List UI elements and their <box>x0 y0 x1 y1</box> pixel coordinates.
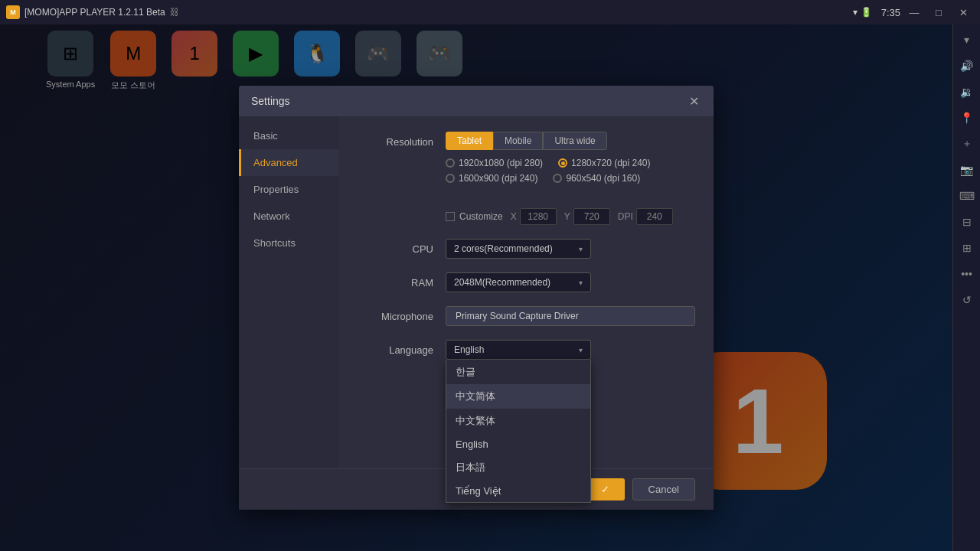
dialog-nav: Basic Advanced Properties Network Shortc… <box>239 116 338 468</box>
res-1920[interactable]: 1920x1080 (dpi 280) <box>446 158 543 168</box>
lang-option-english[interactable]: English <box>446 433 590 455</box>
dialog-title: Settings <box>251 95 290 107</box>
microphone-row: Microphone Primary Sound Capture Driver <box>357 306 695 326</box>
radio-dot-1280 <box>558 158 567 168</box>
customize-checkbox[interactable]: Customize <box>446 211 503 222</box>
ram-value: 2048M(Recommended) <box>454 277 550 288</box>
microphone-dropdown[interactable]: Primary Sound Capture Driver <box>446 306 695 326</box>
cpu-value: 2 cores(Recommended) <box>454 243 553 254</box>
nav-network[interactable]: Network <box>239 203 338 230</box>
ram-dropdown[interactable]: 2048M(Recommended) ▾ <box>446 272 591 292</box>
x-label: X <box>511 211 517 222</box>
window-close-button[interactable]: ✕ <box>952 5 974 20</box>
cpu-row: CPU 2 cores(Recommended) ▾ <box>357 239 695 259</box>
radio-dot-1920 <box>446 158 455 168</box>
microphone-value: Primary Sound Capture Driver <box>456 311 579 321</box>
sidebar-location-icon[interactable]: 📍 <box>958 109 976 127</box>
y-input[interactable] <box>573 208 610 225</box>
status-icons: ▾ 🔋 7:35 <box>853 7 900 18</box>
cpu-control: 2 cores(Recommended) ▾ <box>446 239 695 259</box>
microphone-label: Microphone <box>357 306 433 322</box>
sidebar-back-icon[interactable]: ↺ <box>958 291 976 309</box>
res-1280-label: 980x551 (dpi 240) <box>571 158 650 168</box>
tab-mobile[interactable]: Mobile <box>493 132 543 150</box>
lang-option-zh-simplified[interactable]: 中文简体 <box>446 384 590 409</box>
title-bar-left: M [MOMO]APP PLAYER 1.2.11 Beta ⛓ <box>6 5 179 19</box>
res-1600-label: 1600x900 (dpi 240) <box>459 173 537 184</box>
link-icon: ⛓ <box>170 7 179 18</box>
wifi-icon: ▾ <box>853 7 858 18</box>
dialog-close-button[interactable]: ✕ <box>686 93 701 109</box>
lang-option-vietnamese[interactable]: Tiếng Việt <box>446 480 590 502</box>
resolution-row: Resolution Tablet Mobile Ultra wide 1920… <box>357 132 695 188</box>
customize-checkbox-box <box>446 212 455 221</box>
resolution-control: Tablet Mobile Ultra wide 1920x1080 (dpi … <box>446 132 695 188</box>
cancel-button[interactable]: Cancel <box>632 478 695 500</box>
language-value: English <box>454 344 484 355</box>
cpu-dropdown-arrow: ▾ <box>579 245 583 253</box>
settings-dialog: Settings ✕ Basic Advanced Properties Net… <box>239 86 714 510</box>
clock: 7:35 <box>881 7 900 18</box>
sidebar-volume-down-icon[interactable]: 🔉 <box>958 83 976 101</box>
res-960[interactable]: 960x540 (dpi 160) <box>553 173 640 184</box>
language-row: Language English ▾ 한글 中文简体 中文繁体 English … <box>357 340 695 360</box>
sidebar-volume-icon[interactable]: 🔊 <box>958 57 976 75</box>
sidebar-zoom-out-icon[interactable]: ⊟ <box>958 213 976 231</box>
x-input[interactable] <box>520 208 557 225</box>
language-dropdown-list: 한글 中文简体 中文繁体 English 日本語 Tiếng Việt <box>446 360 591 503</box>
maximize-button[interactable]: □ <box>928 5 949 20</box>
language-dropdown[interactable]: English ▾ <box>446 340 591 360</box>
resolution-radio-row1: 1920x1080 (dpi 280) 980x551 (dpi 240) <box>446 158 695 168</box>
sidebar-zoom-in-icon[interactable]: ⊞ <box>958 239 976 257</box>
ram-row: RAM 2048M(Recommended) ▾ <box>357 272 695 292</box>
dpi-label: DPI <box>618 211 633 222</box>
title-bar-right: ▾ 🔋 7:35 — □ ✕ <box>853 5 974 20</box>
dialog-main-content: Resolution Tablet Mobile Ultra wide 1920… <box>338 116 714 468</box>
minimize-button[interactable]: — <box>903 5 925 20</box>
ram-dropdown-arrow: ▾ <box>579 279 583 287</box>
sidebar-more-icon[interactable]: ••• <box>958 265 976 283</box>
radio-dot-960 <box>553 174 562 183</box>
dialog-titlebar: Settings ✕ <box>239 86 714 116</box>
x-field: X <box>511 208 557 225</box>
lang-option-japanese[interactable]: 日本語 <box>446 455 590 480</box>
lang-option-korean[interactable]: 한글 <box>446 360 590 384</box>
y-label: Y <box>564 211 570 222</box>
dpi-field: DPI <box>618 208 673 225</box>
confirm-button[interactable]: ✓ <box>586 478 625 500</box>
tab-tablet[interactable]: Tablet <box>446 132 493 150</box>
nav-basic[interactable]: Basic <box>239 122 338 149</box>
res-1600[interactable]: 1600x900 (dpi 240) <box>446 173 537 184</box>
res-1920-label: 1920x1080 (dpi 280) <box>459 158 543 168</box>
nav-shortcuts[interactable]: Shortcuts <box>239 230 338 256</box>
resolution-tabs: Tablet Mobile Ultra wide <box>446 132 695 150</box>
language-dropdown-arrow: ▾ <box>579 346 583 354</box>
cpu-label: CPU <box>357 239 433 255</box>
res-960-label: 960x540 (dpi 160) <box>566 173 640 184</box>
dpi-input[interactable] <box>636 208 673 225</box>
ram-label: RAM <box>357 272 433 289</box>
nav-properties[interactable]: Properties <box>239 176 338 203</box>
customize-row: Customize X Y DPI <box>357 202 695 225</box>
res-1280[interactable]: 980x551 (dpi 240) <box>558 158 650 168</box>
cpu-dropdown[interactable]: 2 cores(Recommended) ▾ <box>446 239 591 259</box>
nav-advanced[interactable]: Advanced <box>239 149 338 176</box>
resolution-radio-row2: 1600x900 (dpi 240) 960x540 (dpi 160) <box>446 173 695 184</box>
sidebar-screenshot-icon[interactable]: 📷 <box>958 161 976 179</box>
lang-option-zh-traditional[interactable]: 中文繁体 <box>446 409 590 433</box>
resolution-label: Resolution <box>357 132 433 148</box>
battery-icon: 🔋 <box>861 7 872 18</box>
sidebar-keyboard-icon[interactable]: ⌨ <box>958 187 976 205</box>
microphone-control: Primary Sound Capture Driver <box>446 306 695 326</box>
language-control: English ▾ 한글 中文简体 中文繁体 English 日本語 Tiếng… <box>446 340 695 360</box>
sidebar-wifi-icon[interactable]: ▾ <box>958 31 976 49</box>
sidebar-add-icon[interactable]: ＋ <box>958 135 976 153</box>
ram-control: 2048M(Recommended) ▾ <box>446 272 695 292</box>
customize-label-empty <box>357 202 433 207</box>
y-field: Y <box>564 208 610 225</box>
app-title: [MOMO]APP PLAYER 1.2.11 Beta <box>24 7 165 18</box>
customize-inputs: Customize X Y DPI <box>446 208 695 225</box>
language-label: Language <box>357 340 433 356</box>
tab-ultrawide[interactable]: Ultra wide <box>543 132 606 150</box>
customize-control: Customize X Y DPI <box>446 202 695 225</box>
